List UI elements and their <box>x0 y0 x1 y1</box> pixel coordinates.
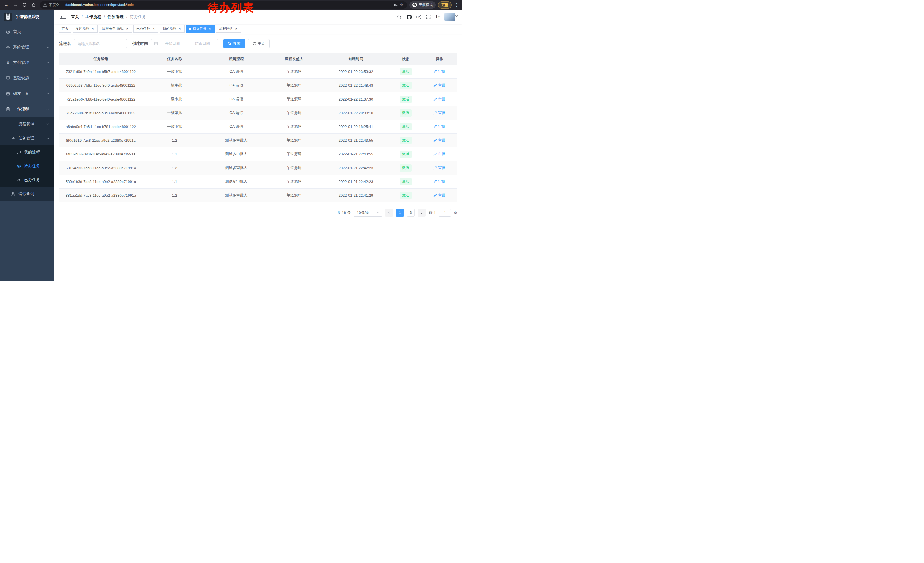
main-area: 首页 / 工作流程 / 任务管理 / 待办任务 ? TT 首页 <box>54 10 462 281</box>
search-button[interactable]: 搜索 <box>223 39 245 48</box>
sidebar-item-my-process[interactable]: 我的流程 <box>0 146 54 159</box>
close-icon[interactable]: × <box>152 27 155 31</box>
approve-link[interactable]: 审批 <box>434 110 446 116</box>
cell-task-id: 725a1eb6-7b88-11ec-8ef0-acde48001122 <box>59 92 142 106</box>
sidebar-item-leave-query[interactable]: 请假查询 <box>0 187 54 201</box>
sidebar-item-devtools[interactable]: 研发工具 <box>0 86 54 101</box>
close-icon[interactable]: × <box>91 27 95 31</box>
approve-link[interactable]: 审批 <box>434 152 446 157</box>
cell-process: OA 请假 <box>206 106 266 120</box>
bookmark-star-icon[interactable]: ☆ <box>400 2 404 8</box>
date-range-picker[interactable]: 开始日期 - 结束日期 <box>151 39 218 48</box>
close-icon[interactable]: × <box>125 27 129 31</box>
sidebar-item-process-mgmt[interactable]: 流程管理 <box>0 117 54 131</box>
help-icon[interactable]: ? <box>417 15 422 20</box>
dashboard-icon <box>6 30 10 34</box>
edit-icon <box>434 180 437 183</box>
sidebar-item-todo-tasks[interactable]: 待办任务 <box>0 159 54 173</box>
cell-initiator: 芋道源码 <box>266 120 322 134</box>
breadcrumb-item-workflow[interactable]: 工作流程 <box>85 14 101 20</box>
tab-form-edit[interactable]: 流程表单-编辑× <box>99 25 132 33</box>
browser-menu-icon[interactable]: ⋮ <box>454 2 459 8</box>
eye-icon <box>16 164 21 168</box>
sidebar-item-infrastructure[interactable]: 基础设施 <box>0 71 54 86</box>
home-icon[interactable] <box>30 2 37 8</box>
reset-button[interactable]: 重置 <box>248 39 270 48</box>
breadcrumb-item-task-mgmt[interactable]: 任务管理 <box>108 14 124 20</box>
approve-link[interactable]: 审批 <box>434 96 446 102</box>
github-icon[interactable] <box>406 14 412 20</box>
approve-link[interactable]: 审批 <box>434 69 446 74</box>
monitor-icon <box>6 76 10 81</box>
col-action: 操作 <box>422 53 458 65</box>
password-key-icon[interactable] <box>394 3 398 7</box>
sidebar-toggle-icon[interactable] <box>59 14 67 20</box>
approve-link[interactable]: 审批 <box>434 124 446 129</box>
goto-suffix: 页 <box>454 210 458 215</box>
close-icon[interactable]: × <box>234 27 238 31</box>
tab-todo-tasks[interactable]: 待办任务× <box>186 25 214 33</box>
update-button[interactable]: 更新 <box>438 2 452 9</box>
sidebar-item-task-mgmt[interactable]: 任务管理 <box>0 131 54 146</box>
avatar[interactable] <box>444 13 455 21</box>
tab-start-process[interactable]: 发起流程× <box>73 25 98 33</box>
tab-home[interactable]: 首页 <box>58 25 71 33</box>
cell-created: 2022-01-21 22:43:55 <box>322 134 390 147</box>
sidebar-item-label: 我的流程 <box>24 150 49 155</box>
page-2-button[interactable]: 2 <box>407 209 415 217</box>
tab-done-tasks[interactable]: 已办任务× <box>134 25 158 33</box>
start-date-placeholder[interactable]: 开始日期 <box>160 41 185 46</box>
close-icon[interactable]: × <box>178 27 182 31</box>
cell-action: 审批 <box>422 161 458 175</box>
table-row: 381aa1dd-7ac8-11ec-a9e2-a2380e71991a 1.2… <box>59 188 458 202</box>
tab-my-process[interactable]: 我的流程× <box>160 25 184 33</box>
pagination: 共 16 条 10条/页 1 2 前往 页 <box>59 209 458 217</box>
font-size-icon[interactable]: TT <box>435 15 440 19</box>
page-content: 流程名 创建时间 开始日期 - 结束日期 搜索 重置 <box>54 34 462 281</box>
approve-link[interactable]: 审批 <box>434 138 446 143</box>
page-size-select[interactable]: 10条/页 <box>354 209 382 217</box>
reload-icon[interactable] <box>21 2 28 8</box>
sidebar-item-home[interactable]: 首页 <box>0 24 54 39</box>
approve-link[interactable]: 审批 <box>434 179 446 184</box>
sidebar-item-done-tasks[interactable]: 已办任务 <box>0 173 54 187</box>
breadcrumb-item-home[interactable]: 首页 <box>71 14 79 20</box>
double-chevron-icon <box>16 177 21 182</box>
status-badge: 激活 <box>400 178 412 185</box>
sidebar-item-label: 已办任务 <box>24 177 49 182</box>
forward-icon[interactable]: → <box>12 2 19 8</box>
end-date-placeholder[interactable]: 结束日期 <box>190 41 215 46</box>
approve-link[interactable]: 审批 <box>434 83 446 88</box>
cell-status: 激活 <box>390 175 422 188</box>
approve-link[interactable]: 审批 <box>434 193 446 198</box>
cell-status: 激活 <box>390 120 422 134</box>
cell-initiator: 芋道源码 <box>266 65 322 78</box>
prev-page-button[interactable] <box>385 209 393 217</box>
status-badge: 激活 <box>400 192 412 199</box>
security-label[interactable]: 不安全 <box>49 3 59 8</box>
sidebar-item-payment[interactable]: ¥ 支付管理 <box>0 55 54 71</box>
status-badge: 激活 <box>400 68 412 75</box>
sidebar-item-system[interactable]: 系统管理 <box>0 39 54 55</box>
page-1-button[interactable]: 1 <box>396 209 404 217</box>
sidebar-item-workflow[interactable]: 工作流程 <box>0 101 54 117</box>
tab-process-detail[interactable]: 流程详情× <box>216 25 241 33</box>
chevron-down-icon <box>46 61 49 63</box>
url-text[interactable]: dashboard.yudao.iocoder.cn/bpm/task/todo <box>65 3 134 7</box>
cell-initiator: 芋道源码 <box>266 78 322 92</box>
approve-link[interactable]: 审批 <box>434 165 446 170</box>
close-icon[interactable]: × <box>208 27 212 31</box>
process-name-input[interactable] <box>74 39 127 48</box>
cell-status: 激活 <box>390 65 422 78</box>
next-page-button[interactable] <box>418 209 426 217</box>
back-icon[interactable]: ← <box>3 2 10 8</box>
cell-action: 审批 <box>422 175 458 188</box>
fullscreen-icon[interactable] <box>426 15 430 19</box>
address-bar[interactable]: 不安全 dashboard.yudao.iocoder.cn/bpm/task/… <box>39 2 407 9</box>
incognito-label: 无痕模式 <box>419 3 432 8</box>
goto-page-input[interactable] <box>439 209 451 217</box>
chevron-left-icon <box>388 211 390 214</box>
cell-task-id: 73211d9d-7b9b-11ec-b5b7-acde48001122 <box>59 65 142 78</box>
search-icon[interactable] <box>397 15 402 20</box>
range-separator: - <box>187 42 188 46</box>
